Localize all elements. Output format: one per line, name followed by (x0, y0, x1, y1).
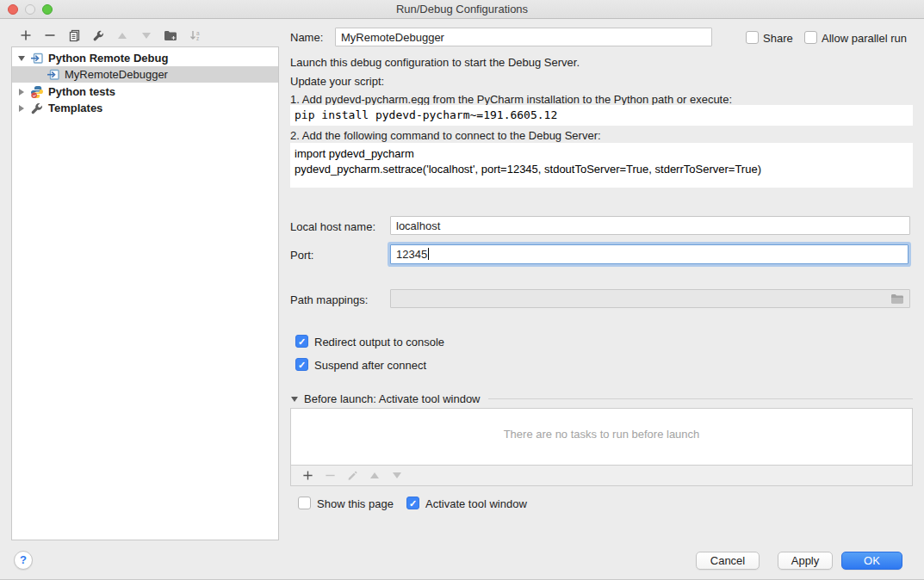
configurations-tree: Python Remote Debug MyRemoteDebugger Pyt… (11, 46, 279, 540)
activate-tool-window-label: Activate tool window (425, 497, 527, 510)
wrench-icon (92, 29, 105, 42)
new-folder-icon (164, 29, 177, 41)
run-debug-configurations-dialog: Run/Debug Configurations (0, 0, 924, 580)
python-icon (30, 85, 44, 99)
chevron-right-icon[interactable] (16, 105, 27, 112)
move-task-up-button (363, 467, 386, 484)
up-arrow-icon (370, 472, 379, 478)
plus-icon (20, 29, 32, 41)
pip-install-code-block: pip install pydevd-pycharm~=191.6605.12 (290, 105, 913, 126)
tasks-list[interactable]: There are no tasks to run before launch (290, 408, 913, 466)
redirect-output-checkbox[interactable]: ✓ (295, 335, 308, 348)
code-line-1: import pydevd_pycharm (295, 147, 414, 160)
step-2-text: 2. Add the following command to connect … (290, 129, 601, 142)
tree-item-myremotedebugger[interactable]: MyRemoteDebugger (12, 66, 278, 83)
add-task-button[interactable] (296, 467, 319, 484)
move-up-button (110, 26, 134, 45)
share-checkbox[interactable] (746, 31, 759, 44)
tree-item-label: Python Remote Debug (48, 52, 168, 65)
minus-icon (325, 470, 336, 481)
tree-item-label: Python tests (48, 85, 115, 98)
before-launch-header: Before launch: Activate tool window (291, 392, 913, 405)
cancel-button[interactable]: Cancel (696, 552, 760, 570)
sort-alpha-icon: a z (189, 29, 202, 42)
name-input[interactable] (335, 28, 712, 46)
tree-item-python-tests[interactable]: Python tests (12, 83, 278, 100)
minus-icon (44, 29, 56, 41)
redirect-output-label: Redirect output to console (314, 336, 444, 349)
share-label: Share (763, 32, 793, 45)
settrace-code-block: import pydevd_pycharmpydevd_pycharm.sett… (290, 143, 913, 188)
copy-configuration-button[interactable] (62, 26, 86, 45)
suspend-after-connect-checkbox[interactable]: ✓ (295, 358, 308, 371)
apply-button[interactable]: Apply (778, 552, 833, 570)
title-bar: Run/Debug Configurations (0, 0, 924, 19)
up-arrow-icon (118, 33, 127, 39)
before-launch-label: Before launch: Activate tool window (304, 392, 481, 405)
port-input[interactable]: 12345 (390, 244, 908, 264)
path-mappings-label: Path mappings: (290, 293, 368, 306)
remove-task-button (319, 467, 341, 484)
show-this-page-checkbox[interactable] (298, 497, 311, 509)
chevron-right-icon[interactable] (16, 89, 27, 96)
suspend-after-connect-label: Suspend after connect (314, 359, 426, 372)
tasks-toolbar (290, 465, 913, 486)
remote-debug-icon (47, 68, 60, 82)
description-line-2: Update your script: (290, 75, 384, 88)
edit-task-button (341, 467, 363, 484)
wrench-icon (30, 102, 44, 115)
activate-tool-window-checkbox[interactable]: ✓ (406, 497, 419, 509)
move-task-down-button (386, 467, 408, 484)
port-value: 12345 (396, 248, 427, 261)
code-line-2: pydevd_pycharm.settrace('localhost', por… (295, 163, 761, 176)
tree-item-templates[interactable]: Templates (12, 100, 278, 116)
tree-item-python-remote-debug[interactable]: Python Remote Debug (12, 50, 278, 66)
help-button[interactable]: ? (14, 551, 33, 570)
collapse-arrow-icon[interactable] (291, 397, 298, 402)
move-down-button (134, 26, 158, 45)
remote-debug-icon (30, 52, 44, 65)
plus-icon (302, 470, 313, 481)
down-arrow-icon (393, 472, 401, 478)
step-1-text: 1. Add pydevd-pycharm.egg from the PyCha… (290, 93, 732, 106)
path-mappings-input[interactable] (390, 289, 910, 308)
tasks-empty-text: There are no tasks to run before launch (504, 428, 700, 465)
svg-text:z: z (196, 35, 199, 41)
close-button[interactable] (8, 4, 18, 15)
show-this-page-label: Show this page (317, 497, 394, 510)
sidebar-toolbar: a z (14, 26, 207, 45)
new-folder-button[interactable] (158, 26, 183, 45)
add-configuration-button[interactable] (14, 26, 38, 45)
header-rule (488, 398, 913, 399)
folder-icon[interactable] (890, 293, 904, 305)
remove-configuration-button[interactable] (38, 26, 62, 45)
pencil-icon (347, 470, 358, 481)
down-arrow-icon (142, 33, 151, 39)
description-line-1: Launch this debug configuration to start… (290, 56, 580, 69)
allow-parallel-run-checkbox[interactable] (804, 31, 817, 44)
edit-templates-button[interactable] (86, 26, 110, 45)
window-title: Run/Debug Configurations (0, 0, 924, 18)
local-host-name-input[interactable] (390, 216, 910, 235)
sort-configurations-button: a z (183, 26, 207, 45)
name-label: Name: (290, 31, 323, 44)
port-label: Port: (290, 249, 313, 262)
tree-item-label: MyRemoteDebugger (65, 68, 168, 81)
zoom-button[interactable] (42, 4, 53, 15)
chevron-down-icon[interactable] (16, 56, 27, 61)
ok-button[interactable]: OK (841, 552, 902, 570)
local-host-name-label: Local host name: (290, 220, 375, 233)
tree-item-label: Templates (48, 102, 102, 114)
allow-parallel-run-label: Allow parallel run (822, 32, 907, 45)
minimize-button (25, 4, 35, 15)
copy-icon (68, 29, 81, 42)
text-caret (428, 248, 429, 260)
